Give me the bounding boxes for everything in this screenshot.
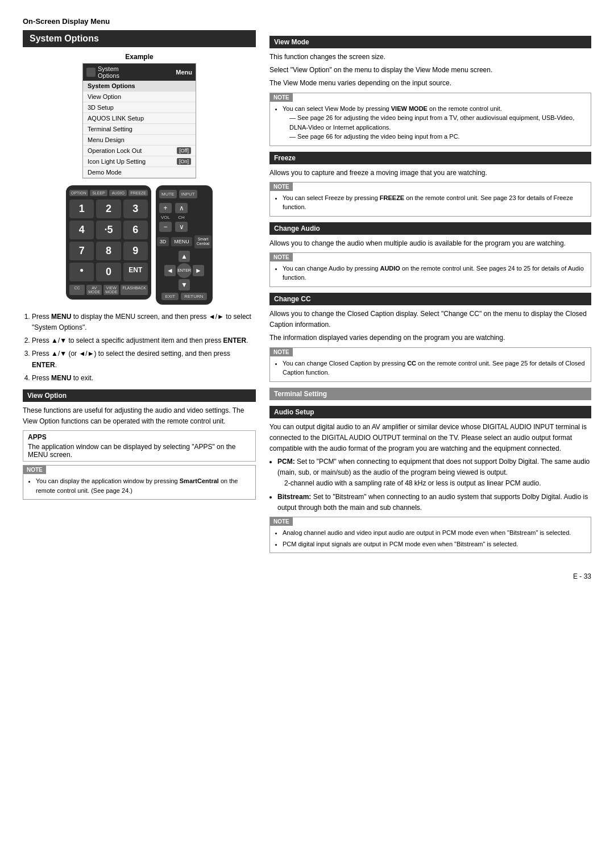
freeze-title: Freeze	[269, 152, 591, 164]
operation-lock-out-badge: [Off]	[177, 147, 191, 154]
freeze-note-header: NOTE	[270, 182, 293, 191]
ch-up-btn[interactable]: ∧	[175, 203, 188, 213]
av-mode-btn[interactable]: AV MODE	[86, 285, 102, 295]
system-icon	[86, 68, 96, 77]
view-mode-note-header: NOTE	[270, 93, 293, 102]
view-mode-title: View Mode	[269, 36, 591, 48]
num-8[interactable]: 8	[96, 242, 121, 260]
num-5[interactable]: ·5	[96, 221, 121, 239]
menu-item-terminal-setting[interactable]: Terminal Setting	[83, 124, 196, 135]
num-0[interactable]: 0	[96, 263, 121, 281]
menu-item-3d-setup[interactable]: 3D Setup	[83, 102, 196, 113]
change-audio-note-header: NOTE	[270, 253, 293, 261]
return-btn[interactable]: RETURN	[181, 293, 206, 300]
change-audio-title: Change Audio	[269, 222, 591, 235]
menu-item-operation-lock-out[interactable]: Operation Lock Out [Off]	[83, 146, 196, 156]
page-number: E - 33	[573, 572, 591, 580]
page-footer: E - 33	[23, 568, 591, 580]
view-mode-note-content: You can select View Mode by pressing VIE…	[270, 102, 591, 146]
menu-btn[interactable]: MENU	[171, 237, 192, 246]
ent-btn[interactable]: ENT	[123, 263, 148, 281]
smart-central-btn[interactable]: SmartCentral	[194, 235, 212, 248]
enter-btn[interactable]: ENTER	[177, 263, 192, 278]
remote-right: MUTE INPUT + VOL − ∧ CH ∨	[156, 185, 213, 305]
vol-col: + VOL −	[159, 203, 172, 232]
audio-setup-note-content: Analog channel audio and video input aud…	[270, 526, 591, 553]
menu-item-view-option[interactable]: View Option	[83, 92, 196, 102]
ch-col: ∧ CH ∨	[175, 203, 188, 232]
apps-title: APPS	[28, 433, 251, 441]
section-title: System Options	[23, 30, 256, 47]
audio-setup-note-header: NOTE	[270, 517, 293, 526]
sleep-btn[interactable]: SLEEP	[90, 190, 107, 196]
audio-setup-title: Audio Setup	[269, 406, 591, 418]
menu-item-system-options[interactable]: System Options	[83, 81, 196, 92]
view-option-note: NOTE You can display the application win…	[23, 465, 256, 500]
audio-btn[interactable]: AUDIO	[109, 190, 127, 196]
change-cc-title: Change CC	[269, 293, 591, 305]
view-mode-note: NOTE You can select View Mode by pressin…	[269, 93, 591, 146]
option-btn[interactable]: OPTION	[69, 190, 88, 196]
vol-label: VOL	[161, 215, 170, 220]
num-dot[interactable]: ●	[69, 263, 94, 281]
flashback-btn[interactable]: FLASHBACK	[121, 285, 148, 295]
view-option-title: View Option	[23, 389, 256, 402]
step-1: Press MENU to display the MENU screen, a…	[32, 312, 256, 333]
num-1[interactable]: 1	[69, 200, 94, 218]
note-content: You can display the application window b…	[23, 474, 255, 499]
icon-light-up-badge: [On]	[177, 158, 191, 165]
num-3[interactable]: 3	[123, 200, 148, 218]
num-4[interactable]: 4	[69, 221, 94, 239]
apps-box: APPS The application window can be displ…	[23, 430, 256, 462]
step-4: Press MENU to exit.	[32, 373, 256, 384]
vol-up-btn[interactable]: +	[159, 203, 172, 213]
change-cc-content: Allows you to change the Closed Caption …	[269, 309, 591, 344]
menu-item-aquos-link[interactable]: AQUOS LINK Setup	[83, 113, 196, 124]
exit-return: EXIT RETURN	[159, 293, 209, 300]
freeze-content: Allows you to capture and freeze a movin…	[269, 168, 591, 178]
three-d-btn[interactable]: 3D	[157, 237, 169, 246]
exit-btn[interactable]: EXIT	[161, 293, 179, 300]
num-9[interactable]: 9	[123, 242, 148, 260]
steps-section: Press MENU to display the MENU screen, a…	[23, 312, 256, 384]
cc-btn[interactable]: CC	[69, 285, 85, 295]
input-btn[interactable]: INPUT	[179, 190, 197, 198]
apps-content: The application window can be displayed …	[28, 443, 251, 459]
dpad-right[interactable]: ►	[193, 265, 204, 276]
example-label: Example	[23, 53, 256, 61]
mute-btn[interactable]: MUTE	[159, 190, 177, 198]
dpad-down[interactable]: ▼	[179, 279, 190, 290]
change-audio-note-content: You can change Audio by pressing AUDIO o…	[270, 261, 591, 286]
view-option-content: These functions are useful for adjusting…	[23, 405, 256, 427]
left-column: System Options Example SystemOptions Men…	[23, 30, 256, 556]
change-cc-note-content: You can change Closed Caption by pressin…	[270, 356, 591, 381]
header-title: On-Screen Display Menu	[23, 17, 591, 26]
remote-left: OPTION SLEEP AUDIO FREEZE 1 2 3 4 ·5 6 7…	[66, 185, 151, 305]
vol-down-btn[interactable]: −	[159, 222, 172, 232]
change-audio-content: Allows you to change the audio when mult…	[269, 238, 591, 249]
menu-item-demo-mode[interactable]: Demo Mode	[83, 167, 196, 178]
terminal-setting-title: Terminal Setting	[269, 388, 591, 400]
vol-ch-row: + VOL − ∧ CH ∨	[159, 203, 209, 232]
view-mode-content: This function changes the screen size. S…	[269, 52, 591, 89]
menu-item-icon-light-up[interactable]: Icon Light Up Setting [On]	[83, 156, 196, 167]
right-column: View Mode This function changes the scre…	[269, 30, 591, 556]
num-2[interactable]: 2	[96, 200, 121, 218]
freeze-btn[interactable]: FREEZE	[128, 190, 148, 196]
menu-word: Menu	[176, 69, 192, 76]
dpad-left[interactable]: ◄	[164, 265, 176, 276]
menu-item-menu-design[interactable]: Menu Design	[83, 135, 196, 146]
num-6[interactable]: 6	[123, 221, 148, 239]
freeze-note-content: You can select Freeze by pressing FREEZE…	[270, 191, 591, 216]
num-7[interactable]: 7	[69, 242, 94, 260]
menu-mockup: SystemOptions Menu System Options View O…	[82, 63, 196, 178]
ch-down-btn[interactable]: ∨	[175, 222, 188, 232]
audio-setup-content: You can output digital audio to an AV am…	[269, 422, 591, 514]
remote-top-row: OPTION SLEEP AUDIO FREEZE	[69, 190, 148, 196]
dpad-up[interactable]: ▲	[179, 251, 190, 262]
step-3: Press ▲/▼ (or ◄/►) to select the desired…	[32, 348, 256, 370]
view-mode-btn[interactable]: VIEW MODE	[103, 285, 119, 295]
step-2: Press ▲/▼ to select a specific adjustmen…	[32, 335, 256, 346]
remote-body-right: MUTE INPUT + VOL − ∧ CH ∨	[156, 185, 213, 305]
audio-setup-note: NOTE Analog channel audio and video inpu…	[269, 517, 591, 553]
